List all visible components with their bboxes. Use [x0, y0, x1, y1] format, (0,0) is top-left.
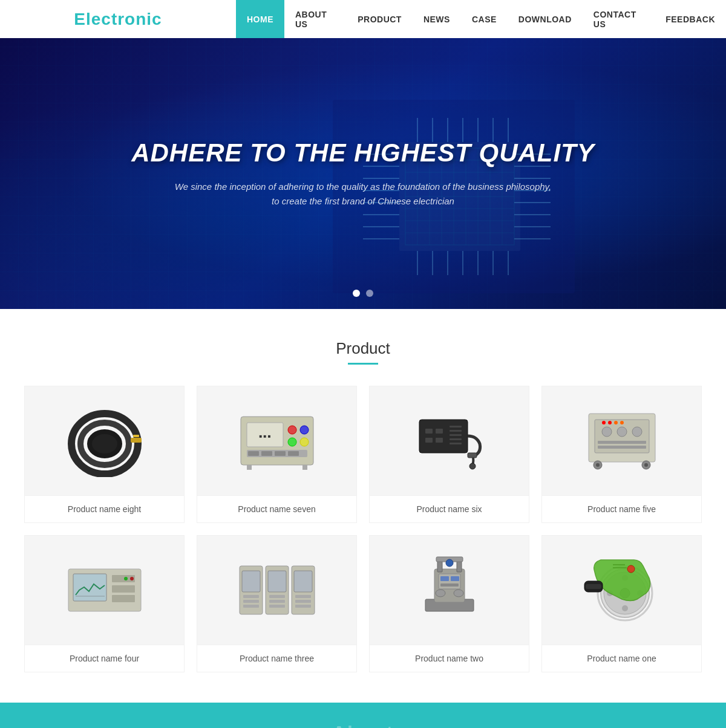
svg-point-59 — [300, 438, 309, 446]
svg-point-101 — [130, 577, 134, 580]
nav-home[interactable]: HOME — [236, 0, 284, 38]
product-img-eight — [25, 386, 184, 495]
hero-subtitle: We since the inception of adhering to th… — [131, 180, 595, 209]
product-img-six — [370, 386, 529, 495]
svg-rect-65 — [247, 465, 252, 470]
svg-rect-98 — [112, 585, 135, 593]
header: Electronic HOME ABOUT US PRODUCT NEWS CA… — [0, 0, 726, 38]
product-img-seven: ■ ■ ■ — [197, 386, 356, 495]
product-card-eight[interactable]: Product name eight — [24, 386, 185, 523]
product-img-four — [25, 536, 184, 645]
svg-point-57 — [300, 426, 309, 434]
hero-dot-1[interactable] — [353, 290, 360, 297]
svg-rect-71 — [436, 438, 443, 443]
svg-rect-109 — [269, 595, 285, 598]
product-name-four: Product name four — [25, 645, 184, 672]
product-card-two[interactable]: Product name two — [369, 535, 529, 672]
svg-point-83 — [632, 427, 642, 437]
svg-point-78 — [469, 463, 476, 469]
svg-rect-67 — [419, 420, 468, 453]
svg-rect-114 — [295, 595, 311, 598]
svg-point-50 — [90, 432, 120, 456]
svg-point-81 — [602, 427, 612, 437]
nav-feedback[interactable]: FEEDBACK — [655, 0, 726, 38]
product-card-one[interactable]: Product name one — [541, 535, 702, 672]
nav-product[interactable]: PRODUCT — [347, 0, 413, 38]
product-section: Product Product name ei — [0, 309, 726, 703]
svg-rect-106 — [243, 605, 259, 608]
svg-rect-77 — [468, 453, 477, 458]
svg-rect-115 — [295, 600, 311, 603]
svg-point-56 — [288, 426, 296, 434]
product-img-placeholder-three — [235, 551, 319, 629]
svg-rect-51 — [131, 438, 142, 443]
svg-rect-104 — [243, 595, 259, 598]
nav-news[interactable]: NEWS — [413, 0, 461, 38]
product-card-six[interactable]: Product name six — [369, 386, 529, 523]
svg-rect-76 — [450, 443, 462, 444]
svg-point-122 — [446, 559, 453, 567]
svg-rect-138 — [586, 584, 601, 589]
svg-point-93 — [644, 463, 648, 467]
svg-rect-66 — [302, 465, 307, 470]
product-name-six: Product name six — [370, 495, 529, 522]
svg-point-128 — [454, 590, 463, 597]
product-img-placeholder-seven: ■ ■ ■ — [235, 401, 319, 480]
product-img-one — [542, 536, 701, 645]
product-name-eight: Product name eight — [25, 495, 184, 522]
svg-rect-61 — [248, 451, 259, 456]
hero-dots — [353, 290, 373, 297]
product-card-three[interactable]: Product name three — [197, 535, 357, 672]
svg-rect-125 — [451, 576, 459, 581]
svg-point-100 — [124, 577, 128, 580]
product-name-one: Product name one — [542, 645, 701, 672]
product-name-seven: Product name seven — [197, 495, 356, 522]
svg-rect-72 — [450, 426, 462, 427]
svg-rect-105 — [243, 600, 259, 603]
nav-contact[interactable]: CONTACT US — [583, 0, 655, 38]
hero-title: ADHERE TO THE HIGHEST QUALITY — [131, 138, 595, 167]
main-nav: HOME ABOUT US PRODUCT NEWS CASE DOWNLOAD… — [236, 0, 726, 38]
svg-rect-123 — [439, 574, 460, 589]
product-img-placeholder-one — [580, 551, 664, 629]
product-name-five: Product name five — [542, 495, 701, 522]
logo[interactable]: Electronic — [0, 10, 236, 29]
svg-rect-62 — [261, 451, 272, 456]
svg-rect-73 — [450, 430, 462, 432]
svg-point-82 — [617, 427, 627, 437]
svg-text:■ ■ ■: ■ ■ ■ — [259, 434, 270, 439]
svg-point-139 — [627, 565, 635, 573]
product-card-five[interactable]: Product name five — [541, 386, 702, 523]
product-name-two: Product name two — [370, 645, 529, 672]
product-img-three — [197, 536, 356, 645]
product-card-four[interactable]: Product name four — [24, 535, 185, 672]
svg-rect-69 — [436, 429, 443, 434]
svg-rect-68 — [425, 429, 433, 434]
svg-rect-64 — [288, 451, 299, 456]
svg-rect-103 — [242, 571, 260, 592]
svg-point-133 — [622, 605, 628, 611]
svg-rect-84 — [598, 441, 646, 444]
product-grid-row1: Product name eight ■ ■ ■ — [24, 386, 702, 523]
product-section-title: Product — [24, 339, 702, 358]
svg-rect-110 — [269, 600, 285, 603]
hero-dot-2[interactable] — [366, 290, 373, 297]
svg-rect-108 — [268, 571, 286, 592]
product-grid-row2: Product name four — [24, 535, 702, 672]
product-name-three: Product name three — [197, 645, 356, 672]
nav-case[interactable]: CASE — [461, 0, 508, 38]
svg-rect-124 — [440, 576, 449, 581]
svg-rect-75 — [450, 438, 462, 440]
product-img-five — [542, 386, 701, 495]
section-title-wrap: Product — [24, 339, 702, 365]
hero-banner: ADHERE TO THE HIGHEST QUALITY We since t… — [0, 38, 726, 309]
product-img-placeholder-eight — [62, 401, 147, 480]
svg-rect-74 — [450, 434, 462, 436]
nav-download[interactable]: DOWNLOAD — [508, 0, 583, 38]
nav-about[interactable]: ABOUT US — [284, 0, 347, 38]
svg-point-89 — [620, 421, 624, 424]
about-section: About — [0, 703, 726, 728]
svg-rect-63 — [275, 451, 286, 456]
product-img-two — [370, 536, 529, 645]
product-card-seven[interactable]: ■ ■ ■ — [197, 386, 357, 523]
